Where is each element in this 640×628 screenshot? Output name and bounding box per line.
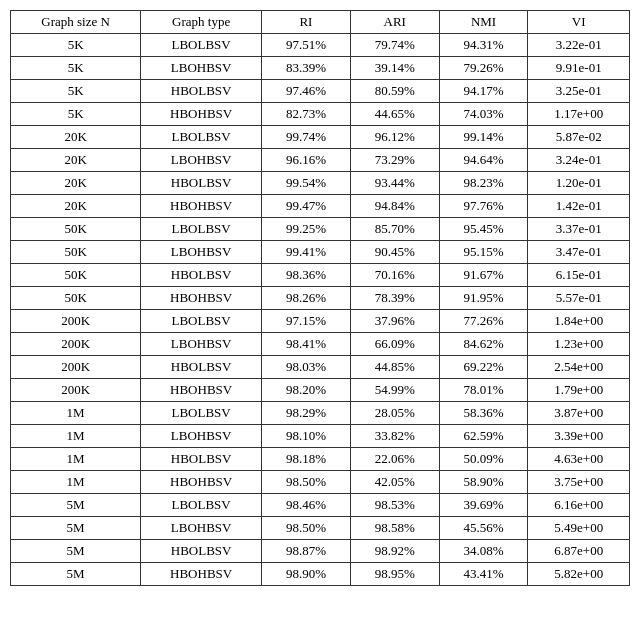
table-cell: 98.10%	[262, 425, 351, 448]
table-cell: 98.53%	[350, 494, 439, 517]
table-row: 20KHBOHBSV99.47%94.84%97.76%1.42e-01	[11, 195, 630, 218]
table-cell: 98.95%	[350, 563, 439, 586]
table-cell: 58.90%	[439, 471, 528, 494]
table-cell: 99.14%	[439, 126, 528, 149]
table-cell: 6.15e-01	[528, 264, 630, 287]
table-cell: 94.64%	[439, 149, 528, 172]
table-cell: 3.25e-01	[528, 80, 630, 103]
table-cell: 85.70%	[350, 218, 439, 241]
col-header-ari: ARI	[350, 11, 439, 34]
table-cell: 3.87e+00	[528, 402, 630, 425]
table-cell: 94.31%	[439, 34, 528, 57]
table-row: 5KHBOHBSV82.73%44.65%74.03%1.17e+00	[11, 103, 630, 126]
table-cell: 98.29%	[262, 402, 351, 425]
table-cell: 58.36%	[439, 402, 528, 425]
table-cell: 34.08%	[439, 540, 528, 563]
table-row: 50KLBOHBSV99.41%90.45%95.15%3.47e-01	[11, 241, 630, 264]
table-cell: 5K	[11, 34, 141, 57]
table-cell: HBOLBSV	[141, 80, 262, 103]
table-cell: 50K	[11, 287, 141, 310]
table-cell: 5M	[11, 494, 141, 517]
table-cell: LBOLBSV	[141, 218, 262, 241]
table-cell: 1M	[11, 425, 141, 448]
table-cell: 97.51%	[262, 34, 351, 57]
table-cell: 99.74%	[262, 126, 351, 149]
table-cell: 1M	[11, 471, 141, 494]
table-row: 5MHBOLBSV98.87%98.92%34.08%6.87e+00	[11, 540, 630, 563]
table-cell: 5M	[11, 563, 141, 586]
table-cell: 20K	[11, 195, 141, 218]
table-cell: 50K	[11, 218, 141, 241]
table-cell: 93.44%	[350, 172, 439, 195]
table-cell: 98.23%	[439, 172, 528, 195]
table-cell: 96.12%	[350, 126, 439, 149]
table-cell: 3.39e+00	[528, 425, 630, 448]
table-cell: 3.22e-01	[528, 34, 630, 57]
table-cell: LBOHBSV	[141, 333, 262, 356]
table-cell: 22.06%	[350, 448, 439, 471]
table-cell: 91.67%	[439, 264, 528, 287]
table-cell: HBOHBSV	[141, 103, 262, 126]
table-cell: 84.62%	[439, 333, 528, 356]
table-cell: 98.18%	[262, 448, 351, 471]
table-cell: 54.99%	[350, 379, 439, 402]
table-cell: 73.29%	[350, 149, 439, 172]
table-cell: 1M	[11, 402, 141, 425]
table-cell: 5.87e-02	[528, 126, 630, 149]
table-cell: HBOLBSV	[141, 264, 262, 287]
table-cell: LBOLBSV	[141, 310, 262, 333]
table-cell: 5K	[11, 80, 141, 103]
table-cell: 45.56%	[439, 517, 528, 540]
table-cell: 97.15%	[262, 310, 351, 333]
table-row: 1MHBOLBSV98.18%22.06%50.09%4.63e+00	[11, 448, 630, 471]
table-row: 200KLBOLBSV97.15%37.96%77.26%1.84e+00	[11, 310, 630, 333]
table-cell: 1.79e+00	[528, 379, 630, 402]
table-cell: HBOHBSV	[141, 563, 262, 586]
table-cell: 98.50%	[262, 517, 351, 540]
table-cell: 98.41%	[262, 333, 351, 356]
table-row: 20KLBOLBSV99.74%96.12%99.14%5.87e-02	[11, 126, 630, 149]
table-row: 20KHBOLBSV99.54%93.44%98.23%1.20e-01	[11, 172, 630, 195]
table-cell: 50K	[11, 264, 141, 287]
table-cell: 5K	[11, 57, 141, 80]
table-cell: 33.82%	[350, 425, 439, 448]
table-cell: 1.42e-01	[528, 195, 630, 218]
table-cell: 44.65%	[350, 103, 439, 126]
table-cell: LBOLBSV	[141, 402, 262, 425]
table-cell: LBOHBSV	[141, 57, 262, 80]
table-cell: 4.63e+00	[528, 448, 630, 471]
table-cell: HBOHBSV	[141, 287, 262, 310]
table-cell: 5M	[11, 517, 141, 540]
table-cell: 1.23e+00	[528, 333, 630, 356]
table-cell: 98.50%	[262, 471, 351, 494]
table-cell: 5.57e-01	[528, 287, 630, 310]
table-cell: 200K	[11, 310, 141, 333]
table-cell: 97.46%	[262, 80, 351, 103]
table-row: 1MLBOLBSV98.29%28.05%58.36%3.87e+00	[11, 402, 630, 425]
table-cell: 37.96%	[350, 310, 439, 333]
table-row: 50KHBOHBSV98.26%78.39%91.95%5.57e-01	[11, 287, 630, 310]
table-row: 20KLBOHBSV96.16%73.29%94.64%3.24e-01	[11, 149, 630, 172]
table-cell: 99.25%	[262, 218, 351, 241]
table-cell: 200K	[11, 379, 141, 402]
table-cell: 98.92%	[350, 540, 439, 563]
table-row: 5MHBOHBSV98.90%98.95%43.41%5.82e+00	[11, 563, 630, 586]
table-cell: 94.84%	[350, 195, 439, 218]
table-cell: HBOLBSV	[141, 356, 262, 379]
table-cell: 200K	[11, 333, 141, 356]
table-cell: 3.47e-01	[528, 241, 630, 264]
table-cell: 44.85%	[350, 356, 439, 379]
table-cell: 42.05%	[350, 471, 439, 494]
table-cell: 99.54%	[262, 172, 351, 195]
table-row: 1MLBOHBSV98.10%33.82%62.59%3.39e+00	[11, 425, 630, 448]
table-row: 200KLBOHBSV98.41%66.09%84.62%1.23e+00	[11, 333, 630, 356]
table-cell: 70.16%	[350, 264, 439, 287]
table-cell: 98.87%	[262, 540, 351, 563]
table-cell: LBOHBSV	[141, 241, 262, 264]
table-row: 5KLBOHBSV83.39%39.14%79.26%9.91e-01	[11, 57, 630, 80]
table-cell: 5K	[11, 103, 141, 126]
table-cell: 98.26%	[262, 287, 351, 310]
col-header-nmi: NMI	[439, 11, 528, 34]
table-cell: 78.01%	[439, 379, 528, 402]
table-cell: HBOHBSV	[141, 195, 262, 218]
